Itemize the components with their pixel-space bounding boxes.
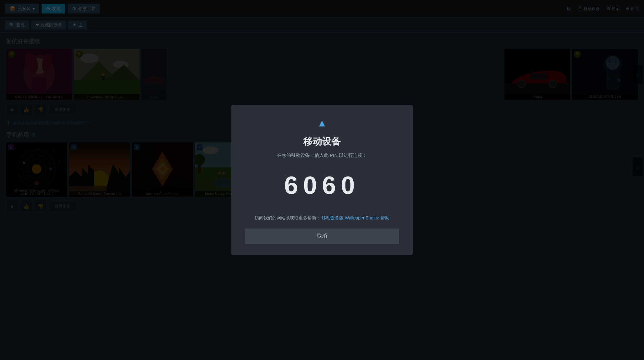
dialog-pin: 6060 [284,171,360,200]
dialog-cancel-button[interactable]: 取消 [245,229,399,244]
dialog-help-text: 访问我们的网站以获取更多帮助： [255,215,320,220]
dialog-help-row: 访问我们的网站以获取更多帮助： 移动设备版 Wallpaper Engine 帮… [255,215,389,221]
dialog-subtitle: 在您的移动设备上输入此 PIN 以进行连接： [277,152,367,158]
dialog-chevron-icon: ▲ [317,117,327,129]
dialog-overlay[interactable]: ▲ 移动设备 在您的移动设备上输入此 PIN 以进行连接： 6060 访问我们的… [0,0,644,360]
dialog-help-link[interactable]: 移动设备版 Wallpaper Engine 帮助 [322,215,389,220]
mobile-device-dialog: ▲ 移动设备 在您的移动设备上输入此 PIN 以进行连接： 6060 访问我们的… [231,105,413,255]
dialog-title: 移动设备 [303,135,341,148]
